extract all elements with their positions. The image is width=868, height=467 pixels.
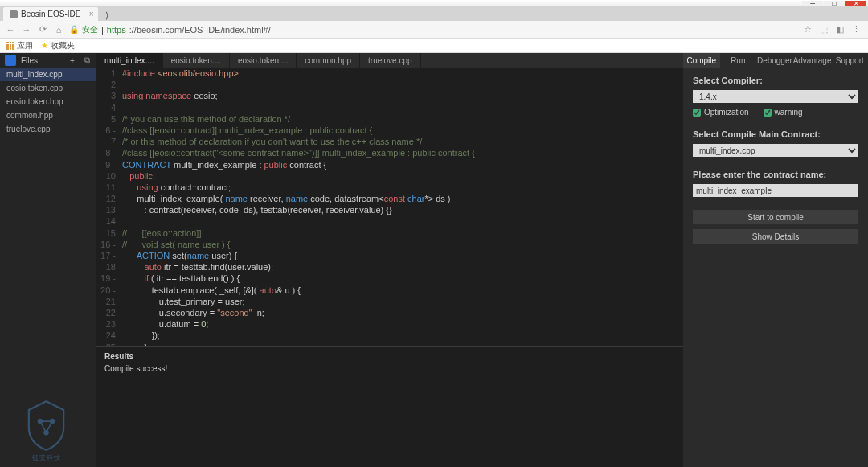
browser-tab[interactable]: Beosin EOS-IDE × [3,7,98,21]
url-rest: ://beosin.com/EOS-IDE/index.html#/ [129,25,271,35]
ext1-icon[interactable]: ⬚ [820,24,831,35]
editor-area: multi_index....eosio.token....eosio.toke… [96,53,683,467]
bookmark-bar: 应用 ★ 收藏夹 [0,39,868,53]
back-icon[interactable]: ← [5,24,16,35]
rpanel-tab-advantage[interactable]: Advantage [793,53,832,68]
file-item[interactable]: eosio.token.cpp [0,81,96,95]
line-gutter: 123456 -78 -9 -10111213141516 -17 -1819 … [96,68,122,346]
compiler-label: Select Compiler: [693,76,858,85]
sidebar-title: Files [21,56,63,65]
add-file-icon[interactable]: + [68,55,77,65]
lock-icon: 🔒 [69,25,79,34]
ide-root: Files + ⧉ multi_index.cppeosio.token.cpp… [0,53,868,467]
editor-tab[interactable]: multi_index.... [96,53,163,68]
contract-name-input[interactable] [693,184,858,197]
url-box[interactable]: 🔒 安全 | https://beosin.com/EOS-IDE/index.… [69,24,799,35]
editor-tabs: multi_index....eosio.token....eosio.toke… [96,53,683,68]
editor-tab[interactable]: truelove.cpp [360,53,420,68]
rpanel-tab-support[interactable]: Support [831,53,868,68]
sidebar-header: Files + ⧉ [0,53,96,68]
browser-tab-title: Beosin EOS-IDE [21,10,80,18]
main-contract-select[interactable]: multi_index.cpp [693,144,858,157]
favorites-bookmark[interactable]: ★ 收藏夹 [41,40,75,51]
ext2-icon[interactable]: ◧ [836,24,847,35]
editor-tab[interactable]: common.hpp [297,53,360,68]
new-tab-button[interactable]: ⟩ [101,10,113,21]
apps-bookmark[interactable]: 应用 [6,40,33,51]
forward-icon[interactable]: → [21,24,32,35]
apps-icon [6,42,14,50]
results-message: Compile success! [104,364,675,373]
start-compile-button[interactable]: Start to compile [693,210,858,224]
main-contract-label: Select Compile Main Contract: [693,129,858,139]
file-item[interactable]: multi_index.cpp [0,68,96,81]
page-icon [10,10,18,18]
address-bar: ← → ⟳ ⌂ 🔒 安全 | https://beosin.com/EOS-ID… [0,21,868,39]
show-details-button[interactable]: Show Details [693,229,858,244]
window-close-icon[interactable]: ✕ [845,1,866,6]
results-title: Results [104,352,675,361]
code-editor[interactable]: 123456 -78 -9 -10111213141516 -17 -1819 … [96,68,683,346]
tab-close-icon[interactable]: × [89,10,94,18]
file-item[interactable]: eosio.token.hpp [0,95,96,109]
window-maximize-icon[interactable]: □ [824,1,845,6]
secure-label: 安全 [82,24,98,35]
logo-icon [5,55,16,66]
reload-icon[interactable]: ⟳ [37,24,48,35]
compile-panel: CompileRunDebuggerAdvantageSupport Selec… [683,53,868,467]
star-icon[interactable]: ☆ [804,24,815,35]
star-folder-icon: ★ [41,41,48,50]
home-icon[interactable]: ⌂ [53,24,64,35]
svg-point-2 [43,430,49,436]
file-item[interactable]: common.hpp [0,109,96,122]
rpanel-tab-run[interactable]: Run [720,53,757,68]
window-minimize-icon[interactable]: ─ [802,1,823,6]
copy-file-icon[interactable]: ⧉ [82,55,92,65]
warning-checkbox[interactable]: warning [764,108,803,117]
browser-tabstrip: Beosin EOS-IDE × ⟩ [0,6,868,21]
rpanel-tab-debugger[interactable]: Debugger [756,53,793,68]
results-panel: Results Compile success! [96,346,683,467]
url-https: https [107,25,126,35]
watermark: 链安科技 [24,399,68,462]
optimization-checkbox[interactable]: Optimization [693,108,749,117]
editor-tab[interactable]: eosio.token.... [230,53,297,68]
menu-icon[interactable]: ⋮ [852,24,863,35]
contract-name-label: Please enter the contract name: [693,170,858,179]
window-titlebar: ─ □ ✕ [0,0,868,6]
code-source[interactable]: #include <eosiolib/eosio.hpp> using name… [122,68,683,346]
file-item[interactable]: truelove.cpp [0,122,96,136]
rpanel-tabs: CompileRunDebuggerAdvantageSupport [683,53,868,68]
rpanel-tab-compile[interactable]: Compile [683,53,720,68]
compiler-select[interactable]: 1.4.x [693,90,858,103]
editor-tab[interactable]: eosio.token.... [163,53,230,68]
